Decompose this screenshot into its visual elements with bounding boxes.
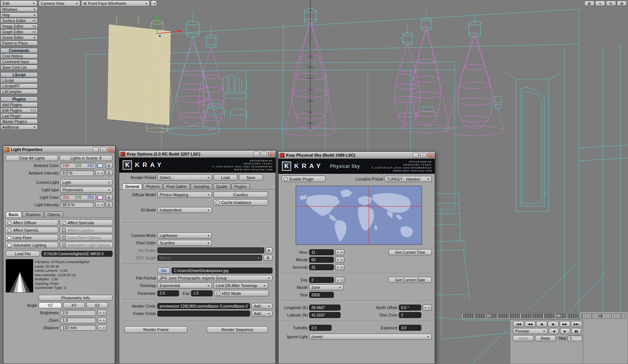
- footer-cmds-add-dropdown[interactable]: Add ...▼: [252, 311, 273, 317]
- day-field[interactable]: 2: [309, 277, 334, 283]
- menu-edit[interactable]: Edit ▼: [0, 0, 37, 6]
- tab-objects[interactable]: Objects: [44, 212, 63, 217]
- checkbox-volumetric-lighting[interactable]: Volumetric Lighting: [5, 242, 58, 248]
- minimize-button[interactable]: —: [253, 152, 259, 157]
- close-button[interactable]: ×: [108, 147, 114, 152]
- get-current-time-button[interactable]: Get Current Time: [388, 249, 432, 255]
- sidebar-item-command-input[interactable]: Command Input: [0, 59, 38, 64]
- prev-keyframe-button[interactable]: ◀◀: [524, 321, 536, 327]
- angle-yz-button[interactable]: YZ: [39, 302, 62, 308]
- footer-cmds-field[interactable]: [157, 311, 250, 317]
- light-color-envelope-button[interactable]: E: [106, 194, 113, 200]
- output-on-toggle[interactable]: On: [157, 268, 170, 274]
- sidebar-group-lscript[interactable]: LScript: [0, 72, 38, 77]
- zoom-field[interactable]: 1.0: [60, 317, 96, 323]
- light-color-field[interactable]: 255 209 255: [60, 194, 96, 200]
- zoom-stepper[interactable]: ◂▸: [98, 317, 107, 323]
- save-preset-button[interactable]: Save: [239, 175, 263, 181]
- sidebar-item-scene-editor[interactable]: Scene Editor▼: [0, 35, 38, 40]
- prev-frame-button[interactable]: ◀|: [536, 321, 547, 327]
- close-button[interactable]: ×: [268, 152, 274, 157]
- sidebar-item-last-plugin[interactable]: Last Plugin: [0, 113, 38, 118]
- sidebar-group-plugins[interactable]: Plugins: [0, 96, 38, 102]
- angle-xy-button[interactable]: XY: [63, 302, 85, 308]
- current-light-dropdown[interactable]: Light▼: [60, 179, 113, 185]
- time-zone-field[interactable]: 2: [399, 312, 421, 318]
- maximize-button[interactable]: ▭: [420, 153, 426, 158]
- sidebar-item-image-editor[interactable]: Image EditorF6: [0, 24, 38, 29]
- dropdown-camera-view[interactable]: Camera View ▼: [39, 0, 80, 6]
- sidebar-item-additional[interactable]: Additional▼: [0, 124, 38, 130]
- north-offset-field[interactable]: 0.0 °: [399, 305, 421, 311]
- sidebar-item-surface-editor[interactable]: Surface EditorF5: [0, 18, 38, 23]
- file-format-dropdown[interactable]: JPG Joint Photographic experts Group▼: [157, 275, 273, 281]
- light-intensity-envelope-button[interactable]: E: [106, 202, 113, 208]
- maximize-button[interactable]: ▭: [100, 147, 106, 152]
- tab-general[interactable]: General: [122, 183, 142, 189]
- preview-dropdown[interactable]: Preview▼: [513, 328, 548, 334]
- close-button[interactable]: ×: [428, 153, 434, 158]
- maximize-button[interactable]: ▭: [261, 152, 267, 157]
- brightness-field[interactable]: 2.0: [60, 310, 96, 316]
- longitude-field[interactable]: 28.9667: [309, 305, 341, 311]
- distance-stepper[interactable]: ◂▸: [98, 325, 107, 331]
- light-intensity-field[interactable]: 90.0 %: [60, 202, 94, 208]
- turbidity-field[interactable]: 2.0: [309, 325, 332, 331]
- day-stepper[interactable]: ◂▸: [335, 277, 344, 283]
- tab-photons[interactable]: Photons: [143, 183, 163, 189]
- tab-shadows[interactable]: Shadows: [22, 212, 44, 217]
- physical-sky-titlebar[interactable]: Kray Physical Sky (Build 1089 LSC) — ▭ ×: [278, 152, 435, 159]
- timeline-ruler-end[interactable]: 60: [582, 314, 626, 319]
- tab-sampling[interactable]: Sampling: [191, 183, 212, 189]
- checkbox-hsv-mode[interactable]: ✓HSV Mode: [214, 290, 269, 296]
- clear-all-lights-button[interactable]: Clear All Lights: [6, 155, 58, 161]
- north-offset-stepper[interactable]: ◂▸: [423, 305, 432, 311]
- go-to-start-button[interactable]: |◀◀: [513, 321, 524, 327]
- sidebar-item-save-cmd-list[interactable]: Save Cmd List: [0, 65, 38, 70]
- sidebar-item-master-plugins[interactable]: Master Plugins: [0, 119, 38, 124]
- photometric-preview[interactable]: [6, 259, 33, 293]
- tab-final-gather[interactable]: Final Gather: [163, 183, 190, 189]
- ambient-color-field[interactable]: 198 226 242: [60, 163, 96, 169]
- parameter-field[interactable]: 2.0: [157, 290, 179, 296]
- minimize-button[interactable]: —: [413, 153, 419, 158]
- checkbox-enable-plugin[interactable]: ✓Enable Plugin: [281, 176, 326, 182]
- play-forward-button[interactable]: ▶: [560, 328, 570, 334]
- light-file-path[interactable]: D:\\\\LW-Contents\lights\GE MR16 II: [41, 251, 113, 257]
- minute-field[interactable]: 60: [309, 257, 334, 263]
- viewport-pan-button[interactable]: +: [595, 1, 605, 6]
- minute-stepper[interactable]: ◂▸: [335, 257, 344, 263]
- caustics-button[interactable]: Caustics: [213, 192, 268, 198]
- undo-button[interactable]: Undo: [513, 335, 534, 341]
- sidebar-item-help[interactable]: Help▼: [0, 12, 38, 18]
- ambient-intensity-envelope-button[interactable]: E: [106, 170, 113, 176]
- dropdown-shading-mode[interactable]: ⊞ Front Face Wireframe ▼: [81, 0, 150, 6]
- angle-xz-button[interactable]: XZ: [86, 302, 108, 308]
- output-path-field[interactable]: C:\Users\Erkan\Desktop\xxxx.jpg: [172, 268, 273, 274]
- photometric-info-button[interactable]: Photometric Info: [39, 295, 113, 301]
- viewport-zoom-button[interactable]: ⊕: [617, 1, 627, 6]
- exposure-field[interactable]: 3.0: [399, 325, 421, 331]
- dof-refresh-button[interactable]: R: [264, 255, 273, 261]
- sidebar-item-cmd-history[interactable]: Cmd History: [0, 53, 38, 59]
- checkbox-affect-opengl[interactable]: ✓Affect OpenGL: [5, 227, 58, 233]
- gi-mode-dropdown[interactable]: Independent▼: [157, 207, 212, 213]
- render-preset-dropdown[interactable]: Select...▼: [157, 175, 212, 181]
- render-sequence-button[interactable]: Render Sequence: [207, 326, 268, 333]
- tab-quality[interactable]: Quality: [213, 183, 231, 189]
- ambient-intensity-stepper[interactable]: ◂▸: [95, 170, 104, 176]
- exp-field[interactable]: 1.0: [191, 290, 213, 296]
- ambient-intensity-field[interactable]: 0.0 %: [60, 170, 94, 176]
- next-keyframe-button[interactable]: ▶▶: [559, 321, 570, 327]
- light-properties-titlebar[interactable]: Light Properties — ▭ ×: [3, 146, 115, 153]
- load-file-button[interactable]: Load File: [6, 251, 40, 257]
- month-dropdown[interactable]: June▼: [309, 284, 344, 290]
- pause-button[interactable]: ▮▮: [571, 328, 581, 334]
- sidebar-item-lscript[interactable]: LScript: [0, 78, 38, 83]
- sidebar-item-parent-in-place[interactable]: Parent in Place: [0, 40, 38, 46]
- sidebar-item-lscompiler[interactable]: LSCompiler: [0, 89, 38, 94]
- sidebar-item-edit-plugins[interactable]: Edit Plugins^F11: [0, 108, 38, 113]
- seconds-stepper[interactable]: ◂▸: [335, 264, 344, 270]
- render-frame-button[interactable]: Render Frame: [124, 326, 187, 333]
- diffuse-model-dropdown[interactable]: Photon Mapping▼: [157, 192, 212, 198]
